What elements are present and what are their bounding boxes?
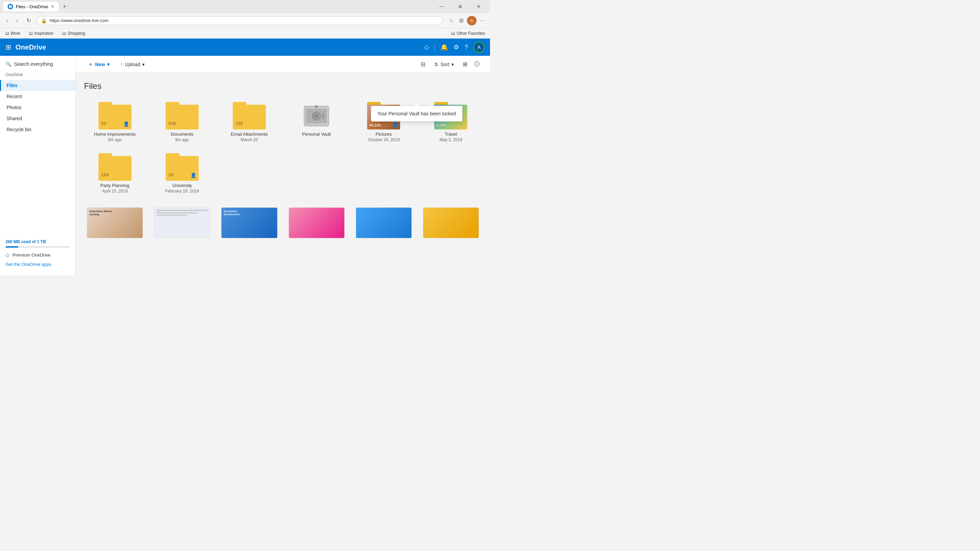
doc-thumbnail	[356, 207, 412, 238]
new-tab-button[interactable]: +	[63, 3, 67, 10]
maximize-button[interactable]: ⧉	[452, 1, 468, 12]
folder-email-attachments[interactable]: 120 Email Attachments March 20	[218, 99, 280, 145]
header-actions: ◇ 🔔 ⚙ ? A	[424, 42, 485, 53]
profile-icon[interactable]: A	[467, 16, 477, 25]
upload-label: Upload	[125, 62, 140, 67]
folder-icon: 376	[165, 102, 199, 129]
get-apps-link[interactable]: Get the OneDrive apps	[5, 262, 51, 267]
folder-university[interactable]: 15 👤 University February 19, 2019	[151, 150, 213, 196]
user-avatar[interactable]: A	[474, 42, 485, 53]
upload-button[interactable]: ↑ Upload ▾	[116, 60, 149, 69]
toolbar-right: ⊟ ⇅ Sort ▾ ⊞ ⓘ	[419, 59, 482, 70]
folder-count: 3,106	[436, 123, 446, 127]
folder-date: April 15, 2019	[102, 189, 128, 194]
sort-label: Sort	[441, 62, 449, 67]
storage-bar-fill	[5, 246, 18, 248]
doc-thumbnail: GeometricArchitecture	[221, 207, 277, 238]
folder-date: 8m ago	[108, 137, 122, 142]
bookmark-folder-icon: 🗂	[451, 31, 455, 36]
doc-thumbnail: Adventure WorksCycling	[87, 207, 143, 238]
folder-name: Personal Vault	[302, 132, 331, 137]
share-icon: 👤	[191, 172, 196, 178]
folder-name: Email Attachments	[231, 132, 268, 137]
settings-icon[interactable]: ⚙	[453, 43, 459, 51]
folder-icon: 120	[233, 102, 266, 129]
doc-pink-design[interactable]	[286, 205, 347, 241]
onedrive-logo: OneDrive	[16, 43, 424, 51]
doc-blue-design[interactable]	[353, 205, 415, 241]
bookmark-shopping[interactable]: 🗂 Shopping	[60, 30, 86, 37]
back-button[interactable]: ‹	[3, 16, 11, 25]
bookmark-folder-icon: 🗂	[5, 31, 9, 36]
sort-dropdown-icon: ▾	[452, 62, 454, 67]
info-button[interactable]: ⓘ	[472, 59, 482, 70]
share-icon: 👤	[123, 121, 129, 127]
minimize-button[interactable]: —	[434, 1, 449, 12]
settings-icon[interactable]: ···	[478, 16, 487, 25]
bookmark-shopping-label: Shopping	[67, 31, 85, 36]
doc-adventure-works[interactable]: Adventure WorksCycling	[84, 205, 146, 241]
sidebar-item-recycle-bin[interactable]: Recycle bin	[0, 124, 75, 135]
folder-count: 120	[235, 121, 243, 126]
browser-tab[interactable]: Files - OneDrive ✕	[3, 2, 59, 11]
bookmark-inspiration[interactable]: 🗂 Inspiration	[27, 30, 55, 37]
diamond-icon[interactable]: ◇	[424, 43, 429, 51]
bookmark-folder-icon: 🗂	[62, 31, 66, 36]
favorites-bar-icon[interactable]: ⊞	[457, 16, 466, 25]
forward-button[interactable]: ›	[13, 16, 21, 25]
doc-thumbnail	[423, 207, 479, 238]
refresh-button[interactable]: ↻	[24, 16, 34, 25]
new-button[interactable]: ＋ New ▾	[84, 59, 114, 70]
favorites-icon[interactable]: ☆	[447, 16, 455, 25]
svg-text:10: 10	[312, 113, 318, 119]
folder-home-improvements[interactable]: 53 👤 Home Improvements 8m ago	[84, 99, 146, 145]
vault-notification-text: Your Personal Vault has been locked	[377, 111, 456, 116]
folder-name: Home Improvements	[94, 132, 136, 137]
page-title: Files	[84, 81, 482, 91]
browser-titlebar: Files - OneDrive ✕ + — ⧉ ✕	[0, 0, 490, 13]
tab-close-button[interactable]: ✕	[51, 4, 54, 9]
waffle-menu-button[interactable]: ⊞	[5, 43, 11, 51]
premium-badge[interactable]: ◇ Premium OneDrive	[5, 252, 70, 258]
folder-name: Travel	[445, 132, 457, 137]
folder-icon: 15 👤	[165, 153, 199, 181]
folder-name: Pictures	[375, 132, 392, 137]
bell-icon[interactable]: 🔔	[441, 43, 448, 51]
folder-name: University	[172, 183, 192, 188]
folder-icon: 53 👤	[99, 102, 132, 129]
folder-party-planning[interactable]: 124 Party Planning April 15, 2019	[84, 150, 146, 196]
folder-count: 376	[169, 121, 176, 126]
sidebar-item-shared[interactable]: Shared	[0, 113, 75, 124]
sidebar: 🔍 Search everything OneDrive Files Recen…	[0, 56, 76, 276]
search-button[interactable]: 🔍 Search everything	[0, 59, 75, 70]
folder-personal-vault[interactable]: 10 Personal Vault	[286, 99, 347, 145]
folder-documents[interactable]: 376 Documents 9m ago	[151, 99, 213, 145]
sort-icon: ⇅	[434, 62, 438, 67]
doc-geometric[interactable]: GeometricArchitecture	[218, 205, 280, 241]
doc-calendar[interactable]	[420, 205, 482, 241]
address-bar[interactable]: 🔒 https://www.onedrive.live.com	[37, 16, 442, 25]
help-icon[interactable]: ?	[465, 44, 468, 51]
folder-body: 120	[233, 105, 266, 129]
sort-button[interactable]: ⇅ Sort ▾	[430, 60, 458, 69]
bookmark-work[interactable]: 🗂 Work	[3, 30, 22, 37]
other-favorites[interactable]: 🗂 Other Favorites	[449, 30, 487, 37]
grid-view-button[interactable]: ⊞	[461, 59, 469, 70]
bookmark-folder-icon: 🗂	[29, 31, 33, 36]
vault-notification: Your Personal Vault has been locked	[371, 106, 463, 121]
close-button[interactable]: ✕	[471, 1, 487, 12]
onedrive-app: ⊞ OneDrive ◇ 🔔 ⚙ ? A 🔍 Search everything…	[0, 38, 490, 276]
tab-title: Files - OneDrive	[16, 4, 48, 9]
compact-view-button[interactable]: ⊟	[419, 59, 427, 70]
share-icon: 👤	[392, 122, 398, 127]
files-area: Files 53 👤 Home Improvements 8	[76, 73, 490, 276]
sidebar-item-recent[interactable]: Recent	[0, 91, 75, 102]
sidebar-nav: Files Recent Photos Shared Recycle bin	[0, 80, 75, 234]
sidebar-nav-label: OneDrive	[0, 70, 75, 80]
sidebar-footer: 200 MB used of 1 TB ◇ Premium OneDrive G…	[0, 234, 75, 273]
doc-document[interactable]	[151, 205, 213, 241]
browser-toolbar: ‹ › ↻ 🔒 https://www.onedrive.live.com ☆ …	[0, 13, 490, 28]
folder-date: October 24, 2019	[368, 137, 400, 142]
sidebar-item-photos[interactable]: Photos	[0, 102, 75, 113]
sidebar-item-files[interactable]: Files	[0, 80, 75, 91]
